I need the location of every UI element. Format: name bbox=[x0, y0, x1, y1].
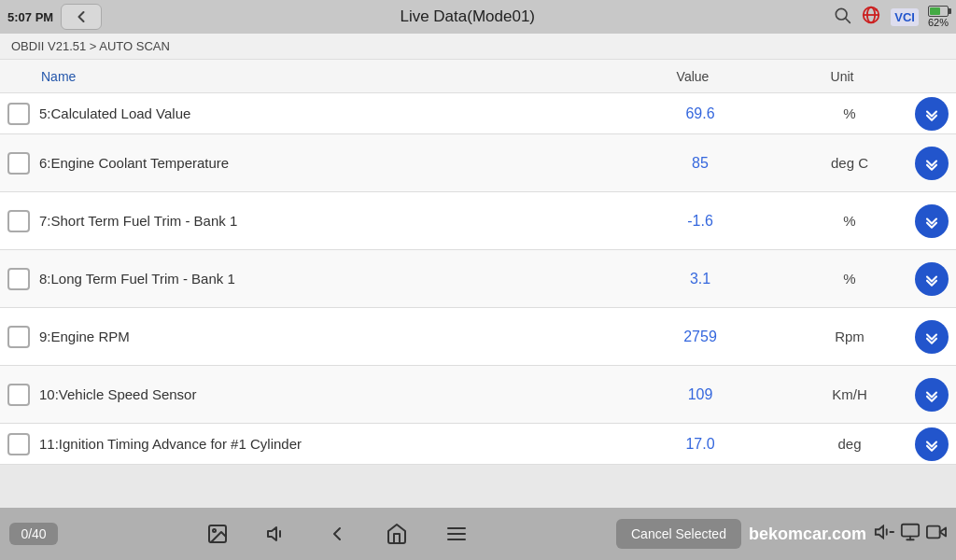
row-6-unit: deg C bbox=[784, 155, 915, 171]
row-11-value: 17.0 bbox=[616, 436, 784, 453]
row-8-expand-button[interactable] bbox=[915, 262, 949, 296]
svg-rect-20 bbox=[927, 526, 940, 539]
volume-nav-icon[interactable] bbox=[266, 523, 288, 545]
row-10-unit: Km/H bbox=[784, 386, 915, 402]
gallery-nav-icon[interactable] bbox=[206, 523, 229, 545]
svg-marker-13 bbox=[876, 526, 883, 539]
search-icon[interactable] bbox=[833, 6, 851, 28]
row-7-value: -1.6 bbox=[616, 213, 784, 230]
row-7-unit: % bbox=[784, 213, 915, 229]
row-5-value: 69.6 bbox=[616, 105, 784, 122]
vci-icon: VCI bbox=[891, 8, 919, 26]
row-5-unit: % bbox=[784, 105, 915, 121]
row-10-name: 10:Vehicle Speed Sensor bbox=[39, 386, 616, 402]
row-7-expand-button[interactable] bbox=[915, 204, 949, 238]
row-7-checkbox[interactable] bbox=[7, 210, 30, 232]
table-row: 7:Short Term Fuel Trim - Bank 1 -1.6 % bbox=[0, 192, 956, 250]
col-name-header: Name bbox=[7, 69, 609, 84]
row-8-unit: % bbox=[784, 271, 915, 287]
page-title: Live Data(Mode01) bbox=[102, 7, 833, 26]
row-9-checkbox[interactable] bbox=[7, 326, 30, 348]
table-row: 9:Engine RPM 2759 Rpm bbox=[0, 308, 956, 366]
breadcrumb: OBDII V21.51 > AUTO SCAN bbox=[0, 34, 956, 60]
record-icon[interactable] bbox=[926, 522, 947, 546]
row-10-value: 109 bbox=[616, 386, 784, 403]
svg-marker-8 bbox=[268, 527, 276, 540]
row-11-unit: deg bbox=[784, 436, 915, 452]
row-6-checkbox[interactable] bbox=[7, 152, 30, 175]
row-6-value: 85 bbox=[616, 155, 784, 172]
row-5-expand-button[interactable] bbox=[915, 97, 949, 131]
table-row: 11:Ignition Timing Advance for #1 Cylind… bbox=[0, 424, 956, 465]
row-8-value: 3.1 bbox=[616, 271, 784, 287]
status-time: 5:07 PM bbox=[7, 10, 53, 24]
bottom-bar: 0/40 bbox=[0, 508, 956, 560]
row-9-unit: Rpm bbox=[784, 329, 915, 344]
svg-line-1 bbox=[846, 19, 851, 23]
status-bar: 5:07 PM Live Data(Mode01) VCI bbox=[0, 0, 956, 34]
svg-point-7 bbox=[213, 529, 216, 532]
row-5-name: 5:Calculated Load Value bbox=[39, 105, 616, 121]
table-body: 5:Calculated Load Value 69.6 % 6:Engine … bbox=[0, 93, 956, 465]
row-8-checkbox[interactable] bbox=[7, 268, 30, 290]
svg-marker-19 bbox=[940, 527, 946, 536]
screen-icon[interactable] bbox=[900, 522, 921, 546]
bottom-nav bbox=[58, 523, 616, 545]
row-7-name: 7:Short Term Fuel Trim - Bank 1 bbox=[39, 213, 616, 229]
row-11-name: 11:Ignition Timing Advance for #1 Cylind… bbox=[39, 436, 616, 452]
row-9-expand-button[interactable] bbox=[915, 320, 949, 354]
status-bar-left: 5:07 PM bbox=[7, 4, 102, 30]
col-unit-header: Unit bbox=[777, 69, 907, 84]
row-9-value: 2759 bbox=[616, 329, 784, 345]
network-icon bbox=[861, 5, 881, 29]
cancel-selected-button[interactable]: Cancel Selected bbox=[616, 519, 741, 549]
battery-area: 62% bbox=[928, 6, 949, 28]
table-header: Name Value Unit bbox=[0, 60, 956, 93]
row-8-name: 8:Long Term Fuel Trim - Bank 1 bbox=[39, 271, 616, 287]
row-11-checkbox[interactable] bbox=[7, 433, 30, 455]
volume-plus-icon[interactable] bbox=[874, 522, 894, 546]
table-row: 10:Vehicle Speed Sensor 109 Km/H bbox=[0, 366, 956, 424]
menu-nav-icon[interactable] bbox=[445, 523, 468, 545]
row-10-expand-button[interactable] bbox=[915, 378, 949, 412]
row-9-name: 9:Engine RPM bbox=[39, 329, 616, 344]
row-6-name: 6:Engine Coolant Temperature bbox=[39, 155, 616, 171]
table-row: 8:Long Term Fuel Trim - Bank 1 3.1 % bbox=[0, 250, 956, 308]
back-nav-icon[interactable] bbox=[326, 523, 348, 545]
row-11-expand-button[interactable] bbox=[915, 427, 949, 461]
col-value-header: Value bbox=[609, 69, 777, 84]
row-5-checkbox[interactable] bbox=[7, 103, 30, 125]
table-row: 6:Engine Coolant Temperature 85 deg C bbox=[0, 134, 956, 192]
back-button[interactable] bbox=[61, 4, 102, 30]
svg-rect-16 bbox=[902, 525, 919, 537]
battery-percentage: 62% bbox=[928, 17, 949, 28]
home-nav-icon[interactable] bbox=[386, 523, 408, 545]
counter-badge: 0/40 bbox=[9, 523, 58, 545]
watermark: bekomcar.com bbox=[749, 525, 866, 544]
row-6-expand-button[interactable] bbox=[915, 147, 949, 180]
table-row: 5:Calculated Load Value 69.6 % bbox=[0, 93, 956, 134]
row-10-checkbox[interactable] bbox=[7, 384, 30, 406]
status-bar-right: VCI 62% bbox=[833, 5, 949, 29]
